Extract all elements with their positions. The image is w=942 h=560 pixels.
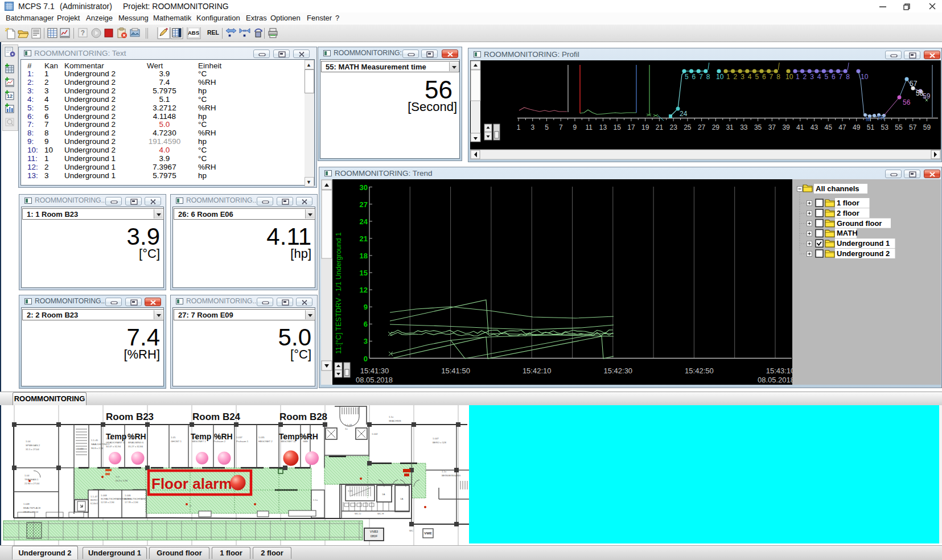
svg-text:25: 25 bbox=[684, 123, 692, 131]
svg-text:Underground 1: Underground 1 bbox=[837, 239, 890, 248]
svg-text:1.1x: 1.1x bbox=[313, 499, 318, 501]
svg-text:Temp: Temp bbox=[191, 432, 211, 441]
svg-text:1.1-47: 1.1-47 bbox=[91, 495, 98, 498]
svg-text:BSALTSPLACE: BSALTSPLACE bbox=[23, 507, 40, 509]
svg-text:31: 31 bbox=[726, 123, 734, 131]
svg-text:15: 15 bbox=[614, 123, 622, 131]
svg-text:GHOST 1: GHOST 1 bbox=[171, 440, 182, 443]
svg-text:24: 24 bbox=[360, 217, 368, 226]
svg-text:5: 5 bbox=[545, 123, 549, 131]
svg-text:3: 3 bbox=[364, 337, 368, 345]
svg-text:GRADIORANT 11: GRADIORANT 11 bbox=[106, 441, 126, 444]
svg-text:39: 39 bbox=[782, 123, 790, 131]
svg-text:6: 6 bbox=[762, 73, 766, 81]
svg-text:M: M bbox=[866, 116, 870, 122]
svg-text:47: 47 bbox=[838, 123, 846, 131]
svg-text:3: 3 bbox=[530, 123, 534, 131]
svg-text:4: 4 bbox=[748, 73, 752, 81]
svg-text:21: 21 bbox=[360, 234, 368, 243]
svg-text:59: 59 bbox=[923, 92, 931, 100]
svg-text:15:42:10: 15:42:10 bbox=[523, 367, 552, 375]
svg-text:8: 8 bbox=[846, 73, 850, 81]
svg-text:1: 1 bbox=[796, 73, 800, 81]
svg-text:Underground 2: Underground 2 bbox=[837, 249, 890, 258]
svg-text:SCHALTSCHRANK.: SCHALTSCHRANK. bbox=[125, 497, 147, 500]
svg-text:9: 9 bbox=[364, 303, 368, 311]
svg-text:HBGONET 2: HBGONET 2 bbox=[258, 440, 273, 443]
svg-text:57: 57 bbox=[910, 80, 918, 88]
svg-text:1.st: 1.st bbox=[116, 475, 120, 478]
svg-text:SEACHSIS: SEACHSIS bbox=[389, 419, 401, 422]
svg-text:8: 8 bbox=[776, 73, 780, 81]
svg-text:TRAGEAN 1: TRAGEAN 1 bbox=[24, 478, 39, 481]
svg-text:7: 7 bbox=[770, 73, 774, 81]
svg-text:5: 5 bbox=[685, 73, 689, 81]
svg-text:1.037: 1.037 bbox=[236, 436, 242, 439]
svg-text:18: 18 bbox=[360, 252, 368, 260]
svg-text:41: 41 bbox=[796, 123, 804, 131]
svg-text:BÜRO: BÜRO bbox=[91, 499, 98, 501]
svg-text:34.47 x 32,94: 34.47 x 32,94 bbox=[106, 445, 121, 448]
svg-text:4: 4 bbox=[817, 73, 821, 81]
svg-text:15:42:30: 15:42:30 bbox=[603, 367, 632, 375]
svg-text:%RH: %RH bbox=[127, 432, 146, 441]
svg-text:15:42:50: 15:42:50 bbox=[685, 367, 714, 375]
svg-text:9: 9 bbox=[573, 123, 577, 131]
svg-text:3: 3 bbox=[741, 73, 744, 81]
svg-text:96.8 x 2,94: 96.8 x 2,94 bbox=[91, 447, 104, 450]
svg-text:%RH: %RH bbox=[214, 432, 233, 441]
svg-text:15:41:50: 15:41:50 bbox=[441, 367, 470, 375]
svg-text:1.05: 1.05 bbox=[171, 436, 176, 439]
svg-text:10: 10 bbox=[861, 73, 869, 81]
svg-text:Room B28: Room B28 bbox=[279, 411, 327, 422]
svg-text:1.048: 1.048 bbox=[23, 503, 30, 505]
svg-text:1.068: 1.068 bbox=[101, 494, 107, 497]
svg-text:Ground floor: Ground floor bbox=[837, 219, 882, 228]
svg-text:64,3 x 2,94: 64,3 x 2,94 bbox=[116, 479, 128, 482]
svg-text:35.27 x 32,84: 35.27 x 32,84 bbox=[128, 445, 143, 448]
svg-text:Floor alarm: Floor alarm bbox=[151, 475, 232, 492]
svg-text:WC H: WC H bbox=[377, 512, 384, 515]
svg-text:TH: TH bbox=[877, 115, 885, 121]
svg-text:28.09 x 27,64: 28.09 x 27,64 bbox=[23, 510, 39, 513]
svg-text:1.1x: 1.1x bbox=[442, 470, 447, 473]
svg-text:15:41:30: 15:41:30 bbox=[360, 367, 389, 375]
svg-text:BERO x 528: BERO x 528 bbox=[433, 441, 446, 444]
svg-text:33: 33 bbox=[740, 123, 748, 131]
svg-text:BRAILMING 6: BRAILMING 6 bbox=[128, 441, 144, 444]
svg-text:6: 6 bbox=[832, 73, 836, 81]
svg-text:Room B23: Room B23 bbox=[106, 411, 154, 422]
svg-text:WC: WC bbox=[409, 529, 413, 532]
svg-text:45: 45 bbox=[825, 123, 833, 131]
svg-text:080F: 080F bbox=[371, 534, 378, 538]
svg-text:56: 56 bbox=[903, 98, 911, 106]
svg-text:22.84 x 27,64: 22.84 x 27,64 bbox=[24, 482, 40, 485]
svg-text:7: 7 bbox=[839, 73, 843, 81]
svg-text:Temp%RH: Temp%RH bbox=[279, 432, 318, 441]
svg-text:10: 10 bbox=[716, 73, 724, 81]
svg-text:7: 7 bbox=[699, 73, 703, 81]
svg-text:2 floor: 2 floor bbox=[837, 209, 859, 217]
svg-text:08.05.2018: 08.05.2018 bbox=[758, 376, 795, 384]
svg-text:57: 57 bbox=[909, 123, 917, 131]
svg-text:MATH: MATH bbox=[837, 229, 858, 237]
svg-text:1A: 1A bbox=[400, 497, 403, 500]
svg-text:2: 2 bbox=[734, 73, 738, 81]
svg-text:27: 27 bbox=[698, 123, 706, 131]
svg-text:1.042: 1.042 bbox=[372, 433, 378, 435]
svg-text:1.040: 1.040 bbox=[77, 447, 84, 450]
svg-text:15: 15 bbox=[360, 269, 368, 277]
svg-text:ABS: ABS bbox=[188, 30, 199, 36]
svg-text:1.1-45: 1.1-45 bbox=[91, 439, 98, 442]
svg-text:Temp: Temp bbox=[106, 432, 126, 441]
svg-text:1.035: 1.035 bbox=[258, 436, 265, 439]
svg-text:3: 3 bbox=[810, 73, 814, 81]
svg-text:10: 10 bbox=[785, 73, 793, 81]
svg-text:1: 1 bbox=[726, 73, 730, 81]
svg-text:17.78 x 2,94: 17.78 x 2,94 bbox=[125, 501, 138, 504]
svg-text:1.04: 1.04 bbox=[24, 474, 30, 477]
svg-text:55: 55 bbox=[895, 123, 903, 131]
svg-text:Room B24: Room B24 bbox=[192, 411, 241, 422]
svg-text:1.05: 1.05 bbox=[348, 489, 353, 492]
svg-text:08.05.2018: 08.05.2018 bbox=[356, 376, 393, 384]
